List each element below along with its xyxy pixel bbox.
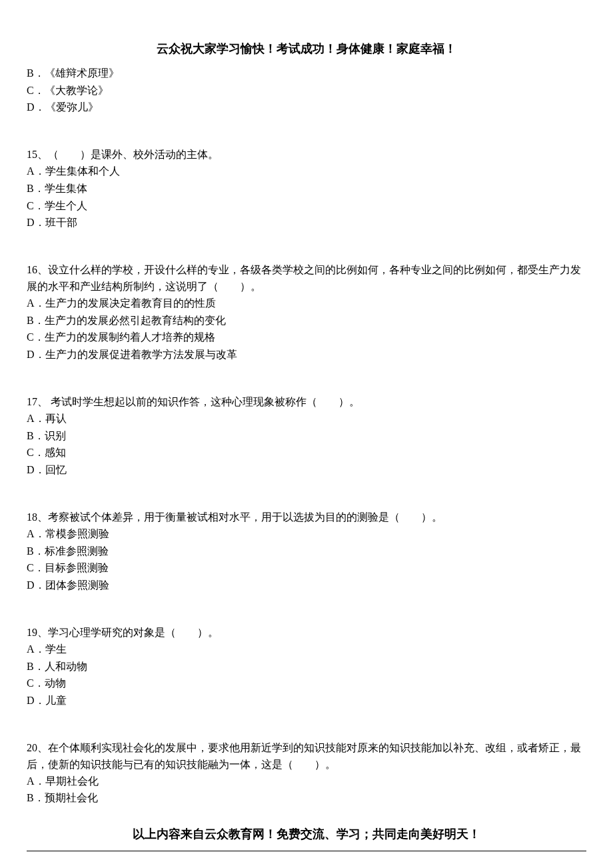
option-c: C．学生个人	[27, 198, 586, 215]
option-a: A．学生集体和个人	[27, 163, 586, 180]
option-d: D．生产力的发展促进着教学方法发展与改革	[27, 347, 586, 363]
option-c: C．目标参照测验	[27, 560, 586, 577]
question-20: 20、在个体顺利实现社会化的发展中，要求他用新近学到的知识技能对原来的知识技能加…	[27, 740, 586, 807]
page-footer: 以上内容来自云众教育网！免费交流、学习；共同走向美好明天！	[0, 825, 613, 844]
option-a: A．常模参照测验	[27, 526, 586, 543]
question-16: 16、设立什么样的学校，开设什么样的专业，各级各类学校之间的比例如何，各种专业之…	[27, 262, 586, 363]
option-d: D．回忆	[27, 462, 586, 479]
footer-divider	[27, 851, 586, 851]
question-18: 18、考察被试个体差异，用于衡量被试相对水平，用于以选拔为目的的测验是（ ）。 …	[27, 509, 586, 594]
option-d: D．《爱弥儿》	[27, 99, 586, 116]
question-17: 17、 考试时学生想起以前的知识作答，这种心理现象被称作（ ）。 A．再认 B．…	[27, 394, 586, 479]
option-b: B．预期社会化	[27, 790, 586, 807]
option-a: A．早期社会化	[27, 773, 586, 790]
option-b: B．学生集体	[27, 181, 586, 197]
option-b: B．《雄辩术原理》	[27, 65, 586, 82]
page-header: 云众祝大家学习愉快！考试成功！身体健康！家庭幸福！	[27, 40, 586, 59]
option-c: C．动物	[27, 675, 586, 692]
question-stem: 17、 考试时学生想起以前的知识作答，这种心理现象被称作（ ）。	[27, 394, 586, 411]
option-d: D．团体参照测验	[27, 577, 586, 594]
option-d: D．儿童	[27, 693, 586, 709]
option-b: B．生产力的发展必然引起教育结构的变化	[27, 313, 586, 329]
question-stem: 15、（ ）是课外、校外活动的主体。	[27, 147, 586, 163]
option-c: C．感知	[27, 445, 586, 461]
question-15: 15、（ ）是课外、校外活动的主体。 A．学生集体和个人 B．学生集体 C．学生…	[27, 147, 586, 231]
question-stem: 19、学习心理学研究的对象是（ ）。	[27, 625, 586, 641]
question-19: 19、学习心理学研究的对象是（ ）。 A．学生 B．人和动物 C．动物 D．儿童	[27, 625, 586, 709]
option-d: D．班干部	[27, 215, 586, 231]
question-stem: 20、在个体顺利实现社会化的发展中，要求他用新近学到的知识技能对原来的知识技能加…	[27, 740, 586, 773]
option-a: A．再认	[27, 411, 586, 427]
option-b: B．标准参照测验	[27, 543, 586, 560]
question-stem: 16、设立什么样的学校，开设什么样的专业，各级各类学校之间的比例如何，各种专业之…	[27, 262, 586, 295]
option-c: C．《大教学论》	[27, 83, 586, 99]
option-c: C．生产力的发展制约着人才培养的规格	[27, 329, 586, 346]
option-b: B．识别	[27, 428, 586, 445]
question-stem: 18、考察被试个体差异，用于衡量被试相对水平，用于以选拔为目的的测验是（ ）。	[27, 509, 586, 526]
option-a: A．学生	[27, 641, 586, 658]
option-b: B．人和动物	[27, 659, 586, 675]
option-a: A．生产力的发展决定着教育目的的性质	[27, 295, 586, 312]
prev-question-options: B．《雄辩术原理》 C．《大教学论》 D．《爱弥儿》	[27, 65, 586, 116]
